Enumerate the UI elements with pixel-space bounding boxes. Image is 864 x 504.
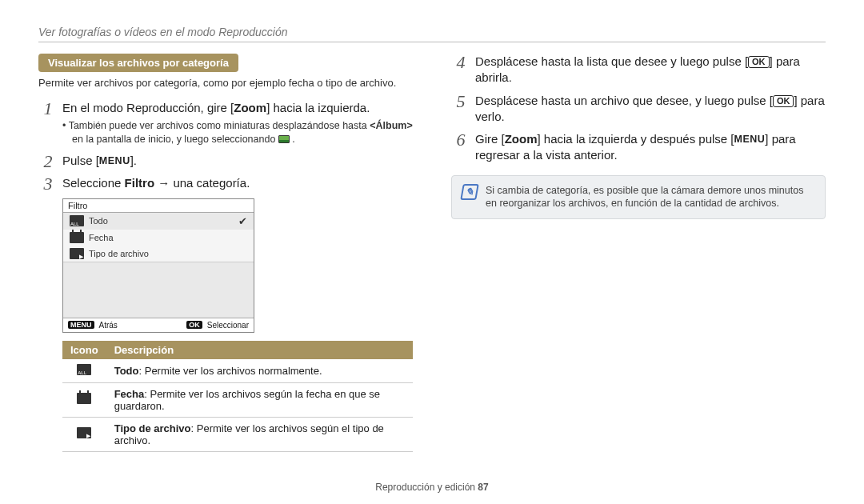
calendar-icon: [77, 393, 91, 404]
ok-key-icon: OK: [186, 321, 202, 329]
step-1-substep: También puede ver archivos como miniatur…: [62, 119, 413, 146]
lcd-item-fecha: Fecha: [63, 230, 254, 246]
info-note-text: Si cambia de categoría, es posible que l…: [486, 184, 815, 211]
section-title-pill: Visualizar los archivos por categoría: [38, 54, 238, 72]
filetype-icon: [77, 427, 91, 438]
lcd-title: Filtro: [63, 199, 254, 213]
table-row: Fecha: Permite ver los archivos según la…: [62, 382, 413, 417]
lcd-item-todo: Todo ✔: [63, 213, 254, 230]
step-4: 4 Desplácese hasta la lista que desee y …: [451, 54, 826, 86]
step-5: 5 Desplácese hasta un archivo que desee,…: [451, 93, 826, 126]
menu-key-icon: MENU: [99, 154, 130, 168]
all-icon: [70, 215, 84, 226]
section-subtitle: Permite ver archivos por categoría, como…: [38, 77, 413, 89]
page-footer: Reproducción y edición 87: [0, 482, 864, 493]
lcd-item-tipo: Tipo de archivo: [63, 246, 254, 262]
album-icon: [278, 135, 290, 143]
step-number: 1: [38, 97, 58, 121]
step-1: 1 En el modo Reproducción, gire [Zoom] h…: [38, 100, 413, 146]
icon-description-table: Icono Descripción Todo: Permite ver los …: [62, 341, 413, 452]
info-icon: ✎: [460, 184, 479, 200]
filetype-icon: [70, 248, 84, 259]
step-number: 5: [451, 90, 470, 114]
lcd-empty-area: [63, 262, 254, 318]
menu-key-icon: MENU: [68, 321, 94, 329]
calendar-icon: [70, 232, 84, 243]
left-column: Visualizar los archivos por categoría Pe…: [38, 54, 413, 452]
divider: [38, 42, 826, 42]
camera-lcd-screenshot: Filtro Todo ✔ Fecha Tipo de archivo: [62, 198, 254, 333]
step-number: 2: [38, 150, 58, 174]
table-header-icon: Icono: [62, 341, 106, 359]
table-header-desc: Descripción: [106, 341, 413, 359]
step-6: 6 Gire [Zoom] hacia la izquierda y despu…: [451, 131, 826, 164]
all-icon: [77, 364, 91, 375]
breadcrumb: Ver fotografías o vídeos en el modo Repr…: [38, 26, 826, 38]
table-row: Todo: Permite ver los archivos normalmen…: [62, 359, 413, 383]
info-note: ✎ Si cambia de categoría, es posible que…: [451, 175, 826, 220]
step-number: 3: [38, 172, 58, 196]
ok-key-icon: OK: [748, 56, 770, 68]
step-3: 3 Seleccione Filtro → una categoría.: [38, 175, 413, 191]
ok-key-icon: OK: [773, 95, 794, 107]
menu-key-icon: MENU: [734, 133, 766, 146]
step-2: 2 Pulse [MENU].: [38, 153, 413, 169]
step-number: 6: [451, 128, 470, 152]
step-number: 4: [451, 50, 470, 74]
lcd-footer: MENU Atrás OK Seleccionar: [63, 318, 254, 332]
table-row: Tipo de archivo: Permite ver los archivo…: [62, 417, 413, 451]
manual-page: Ver fotografías o vídeos en el modo Repr…: [0, 0, 864, 504]
check-icon: ✔: [238, 215, 247, 227]
right-column: 4 Desplácese hasta la lista que desee y …: [451, 54, 826, 452]
